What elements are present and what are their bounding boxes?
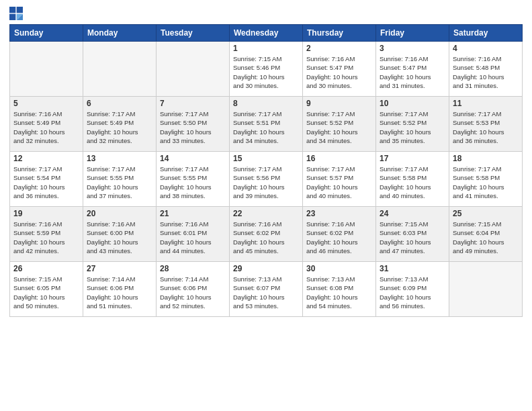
cell-info-text: Sunrise: 7:15 AM Sunset: 6:04 PM Dayligh… (453, 220, 519, 255)
cell-info-text: Sunrise: 7:17 AM Sunset: 5:56 PM Dayligh… (233, 165, 299, 200)
cell-info-text: Sunrise: 7:17 AM Sunset: 5:55 PM Dayligh… (87, 165, 152, 200)
cell-day-number: 15 (233, 154, 299, 163)
cell-info-text: Sunrise: 7:13 AM Sunset: 6:07 PM Dayligh… (233, 275, 299, 310)
calendar-cell: 11Sunrise: 7:17 AM Sunset: 5:53 PM Dayli… (449, 97, 523, 152)
cell-info-text: Sunrise: 7:17 AM Sunset: 5:49 PM Dayligh… (87, 109, 152, 145)
cell-day-number: 22 (233, 209, 299, 218)
cell-day-number: 28 (160, 264, 226, 273)
cell-day-number: 18 (453, 154, 519, 163)
calendar-cell: 13Sunrise: 7:17 AM Sunset: 5:55 PM Dayli… (83, 152, 157, 207)
cell-info-text: Sunrise: 7:16 AM Sunset: 5:47 PM Dayligh… (306, 54, 372, 90)
cell-day-number: 3 (380, 44, 445, 53)
cell-info-text: Sunrise: 7:16 AM Sunset: 6:01 PM Dayligh… (160, 220, 226, 255)
calendar-cell: 26Sunrise: 7:15 AM Sunset: 6:05 PM Dayli… (10, 262, 83, 317)
cell-info-text: Sunrise: 7:17 AM Sunset: 5:52 PM Dayligh… (306, 109, 372, 145)
calendar-cell: 6Sunrise: 7:17 AM Sunset: 5:49 PM Daylig… (83, 97, 157, 152)
cell-info-text: Sunrise: 7:16 AM Sunset: 5:48 PM Dayligh… (453, 54, 519, 90)
cell-info-text: Sunrise: 7:17 AM Sunset: 5:50 PM Dayligh… (160, 109, 226, 145)
calendar-week-row: 26Sunrise: 7:15 AM Sunset: 6:05 PM Dayli… (10, 262, 523, 317)
calendar-cell: 12Sunrise: 7:17 AM Sunset: 5:54 PM Dayli… (10, 152, 83, 207)
cell-info-text: Sunrise: 7:16 AM Sunset: 5:49 PM Dayligh… (13, 109, 79, 145)
cell-info-text: Sunrise: 7:16 AM Sunset: 5:59 PM Dayligh… (13, 220, 79, 255)
svg-rect-1 (17, 7, 23, 13)
cell-day-number: 14 (160, 154, 226, 163)
cell-info-text: Sunrise: 7:17 AM Sunset: 5:53 PM Dayligh… (453, 109, 519, 145)
weekday-header-friday: Friday (376, 25, 449, 42)
cell-day-number: 5 (13, 99, 79, 108)
calendar-cell: 19Sunrise: 7:16 AM Sunset: 5:59 PM Dayli… (10, 207, 83, 262)
cell-info-text: Sunrise: 7:16 AM Sunset: 6:02 PM Dayligh… (306, 220, 372, 255)
weekday-header-tuesday: Tuesday (157, 25, 230, 42)
weekday-header-sunday: Sunday (10, 25, 83, 42)
calendar-week-row: 19Sunrise: 7:16 AM Sunset: 5:59 PM Dayli… (10, 207, 523, 262)
cell-info-text: Sunrise: 7:16 AM Sunset: 6:00 PM Dayligh… (87, 220, 152, 255)
cell-day-number: 27 (87, 264, 152, 273)
cell-day-number: 2 (306, 44, 372, 53)
calendar-cell: 3Sunrise: 7:16 AM Sunset: 5:47 PM Daylig… (376, 42, 449, 97)
cell-day-number: 7 (160, 99, 226, 108)
calendar-cell: 25Sunrise: 7:15 AM Sunset: 6:04 PM Dayli… (449, 207, 523, 262)
cell-info-text: Sunrise: 7:13 AM Sunset: 6:08 PM Dayligh… (306, 275, 372, 310)
cell-info-text: Sunrise: 7:17 AM Sunset: 5:54 PM Dayligh… (13, 165, 79, 200)
cell-info-text: Sunrise: 7:17 AM Sunset: 5:58 PM Dayligh… (453, 165, 519, 200)
calendar-cell: 10Sunrise: 7:17 AM Sunset: 5:52 PM Dayli… (376, 97, 449, 152)
cell-day-number: 31 (380, 264, 445, 273)
calendar-cell (10, 42, 83, 97)
cell-info-text: Sunrise: 7:16 AM Sunset: 6:02 PM Dayligh… (233, 220, 299, 255)
calendar-cell: 24Sunrise: 7:15 AM Sunset: 6:03 PM Dayli… (376, 207, 449, 262)
svg-rect-2 (9, 14, 15, 20)
calendar-cell: 29Sunrise: 7:13 AM Sunset: 6:07 PM Dayli… (230, 262, 303, 317)
cell-day-number: 25 (453, 209, 519, 218)
calendar-cell: 15Sunrise: 7:17 AM Sunset: 5:56 PM Dayli… (230, 152, 303, 207)
calendar-cell: 7Sunrise: 7:17 AM Sunset: 5:50 PM Daylig… (157, 97, 230, 152)
cell-day-number: 6 (87, 99, 152, 108)
calendar-week-row: 1Sunrise: 7:15 AM Sunset: 5:46 PM Daylig… (10, 42, 523, 97)
cell-info-text: Sunrise: 7:13 AM Sunset: 6:09 PM Dayligh… (380, 275, 445, 310)
cell-day-number: 10 (380, 99, 445, 108)
logo (9, 7, 26, 20)
calendar-week-row: 5Sunrise: 7:16 AM Sunset: 5:49 PM Daylig… (10, 97, 523, 152)
cell-info-text: Sunrise: 7:17 AM Sunset: 5:58 PM Dayligh… (380, 165, 445, 200)
calendar-cell: 4Sunrise: 7:16 AM Sunset: 5:48 PM Daylig… (449, 42, 523, 97)
cell-day-number: 21 (160, 209, 226, 218)
calendar-cell: 22Sunrise: 7:16 AM Sunset: 6:02 PM Dayli… (230, 207, 303, 262)
cell-day-number: 19 (13, 209, 79, 218)
logo-icon (9, 7, 23, 20)
calendar-table: SundayMondayTuesdayWednesdayThursdayFrid… (9, 24, 523, 317)
cell-info-text: Sunrise: 7:16 AM Sunset: 5:47 PM Dayligh… (380, 54, 445, 90)
cell-info-text: Sunrise: 7:15 AM Sunset: 5:46 PM Dayligh… (233, 54, 299, 90)
calendar-cell: 18Sunrise: 7:17 AM Sunset: 5:58 PM Dayli… (449, 152, 523, 207)
calendar-cell: 5Sunrise: 7:16 AM Sunset: 5:49 PM Daylig… (10, 97, 83, 152)
weekday-header-wednesday: Wednesday (230, 25, 303, 42)
calendar-week-row: 12Sunrise: 7:17 AM Sunset: 5:54 PM Dayli… (10, 152, 523, 207)
calendar-cell: 27Sunrise: 7:14 AM Sunset: 6:06 PM Dayli… (83, 262, 157, 317)
cell-info-text: Sunrise: 7:17 AM Sunset: 5:51 PM Dayligh… (233, 109, 299, 145)
cell-day-number: 9 (306, 99, 372, 108)
calendar-cell (83, 42, 157, 97)
cell-day-number: 12 (13, 154, 79, 163)
cell-day-number: 20 (87, 209, 152, 218)
cell-day-number: 16 (306, 154, 372, 163)
cell-day-number: 13 (87, 154, 152, 163)
calendar-cell: 23Sunrise: 7:16 AM Sunset: 6:02 PM Dayli… (303, 207, 376, 262)
calendar-cell: 31Sunrise: 7:13 AM Sunset: 6:09 PM Dayli… (376, 262, 449, 317)
calendar-cell: 9Sunrise: 7:17 AM Sunset: 5:52 PM Daylig… (303, 97, 376, 152)
cell-day-number: 4 (453, 44, 519, 53)
cell-day-number: 24 (380, 209, 445, 218)
svg-rect-0 (9, 7, 15, 13)
cell-day-number: 29 (233, 264, 299, 273)
cell-day-number: 26 (13, 264, 79, 273)
cell-info-text: Sunrise: 7:15 AM Sunset: 6:05 PM Dayligh… (13, 275, 79, 310)
cell-info-text: Sunrise: 7:17 AM Sunset: 5:52 PM Dayligh… (380, 109, 445, 145)
calendar-cell: 8Sunrise: 7:17 AM Sunset: 5:51 PM Daylig… (230, 97, 303, 152)
weekday-header-thursday: Thursday (303, 25, 376, 42)
cell-info-text: Sunrise: 7:14 AM Sunset: 6:06 PM Dayligh… (160, 275, 226, 310)
cell-day-number: 8 (233, 99, 299, 108)
calendar-cell (449, 262, 523, 317)
calendar-cell: 1Sunrise: 7:15 AM Sunset: 5:46 PM Daylig… (230, 42, 303, 97)
cell-day-number: 17 (380, 154, 445, 163)
cell-day-number: 1 (233, 44, 299, 53)
calendar-cell: 17Sunrise: 7:17 AM Sunset: 5:58 PM Dayli… (376, 152, 449, 207)
cell-info-text: Sunrise: 7:17 AM Sunset: 5:55 PM Dayligh… (160, 165, 226, 200)
calendar-cell: 2Sunrise: 7:16 AM Sunset: 5:47 PM Daylig… (303, 42, 376, 97)
